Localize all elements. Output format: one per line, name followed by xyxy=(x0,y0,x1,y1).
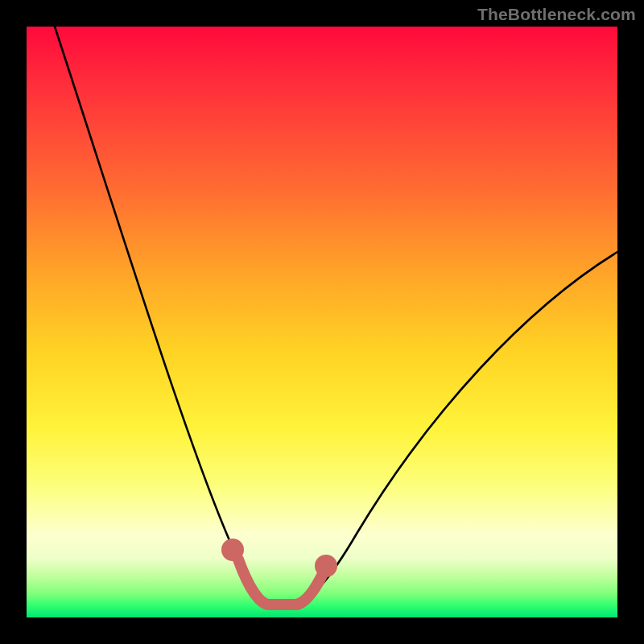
plot-area xyxy=(27,27,617,617)
chart-frame: TheBottleneck.com xyxy=(0,0,644,644)
watermark-text: TheBottleneck.com xyxy=(477,5,636,24)
svg-point-1 xyxy=(320,560,332,572)
bottleneck-curve xyxy=(55,27,617,605)
optimal-region xyxy=(227,544,332,605)
curve-layer xyxy=(27,27,617,617)
svg-point-0 xyxy=(227,544,238,555)
